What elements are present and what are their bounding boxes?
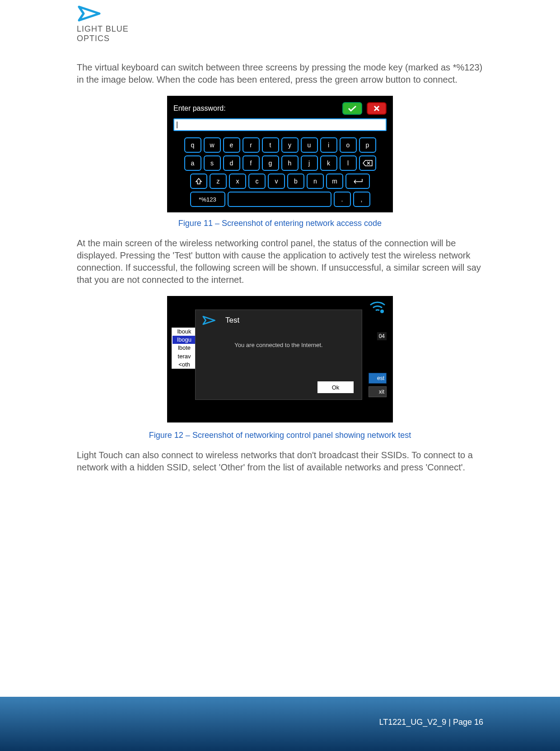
key-p[interactable]: p — [359, 137, 376, 153]
key-c[interactable]: c — [248, 174, 266, 189]
key-l[interactable]: l — [340, 155, 357, 171]
key-shift[interactable] — [190, 174, 207, 189]
dialog-message: You are connected to the Internet. — [196, 331, 362, 348]
close-icon — [373, 105, 380, 112]
key-m[interactable]: m — [326, 174, 343, 189]
key-r[interactable]: r — [243, 137, 260, 153]
key-backspace[interactable] — [359, 155, 376, 171]
key-space[interactable] — [228, 192, 331, 207]
key-enter[interactable] — [345, 174, 370, 189]
network-item-4[interactable]: <oth — [173, 361, 196, 369]
exit-button-partial[interactable]: xit — [369, 386, 387, 397]
network-item-1[interactable]: lbogu — [173, 336, 196, 344]
key-h[interactable]: h — [281, 155, 299, 171]
logo-text-2: OPTICS — [77, 34, 483, 43]
key-o[interactable]: o — [340, 137, 357, 153]
confirm-button[interactable] — [342, 102, 362, 115]
network-item-2[interactable]: lbote — [173, 344, 196, 352]
key-j[interactable]: j — [301, 155, 318, 171]
key-t[interactable]: t — [262, 137, 279, 153]
key-d[interactable]: d — [223, 155, 240, 171]
key-q[interactable]: q — [184, 137, 201, 153]
network-item-3[interactable]: terav — [173, 352, 196, 361]
key-y[interactable]: y — [281, 137, 299, 153]
key-a[interactable]: a — [184, 155, 201, 171]
key-n[interactable]: n — [307, 174, 324, 189]
cancel-button[interactable] — [367, 102, 387, 115]
key-comma[interactable]: , — [353, 192, 370, 207]
key-b[interactable]: b — [287, 174, 304, 189]
key-k[interactable]: k — [320, 155, 337, 171]
dialog-logo-icon — [202, 314, 220, 326]
dialog-ok-button[interactable]: Ok — [317, 381, 354, 393]
figure-12-caption: Figure 12 – Screenshot of networking con… — [77, 431, 483, 440]
keyboard-row-3: z x c v b n m — [190, 174, 370, 189]
dialog-title: Test — [225, 316, 239, 325]
key-s[interactable]: s — [204, 155, 221, 171]
figure-11-caption: Figure 11 – Screenshot of entering netwo… — [77, 219, 483, 228]
keyboard-row-2: a s d f g h j k l — [184, 155, 376, 171]
logo: LIGHT BLUE OPTICS — [77, 0, 483, 43]
key-z[interactable]: z — [210, 174, 227, 189]
network-item-0[interactable]: lbouk — [173, 328, 196, 336]
test-dialog: Test You are connected to the Internet. … — [195, 310, 362, 400]
input-cursor: | — [176, 121, 178, 129]
key-v[interactable]: v — [268, 174, 285, 189]
password-prompt: Enter password: — [173, 104, 226, 113]
footer: LT1221_UG_V2_9 | Page 16 — [0, 697, 560, 751]
key-period[interactable]: . — [334, 192, 351, 207]
key-f[interactable]: f — [243, 155, 260, 171]
key-mode[interactable]: *%123 — [190, 192, 225, 207]
test-button-partial[interactable]: est — [369, 373, 387, 384]
paragraph-2: At the main screen of the wireless netwo… — [77, 237, 483, 286]
logo-text-1: LIGHT BLUE — [77, 24, 483, 34]
shift-icon — [195, 178, 202, 185]
paragraph-3: Light Touch can also connect to wireless… — [77, 449, 483, 474]
wifi-icon — [369, 300, 387, 313]
footer-text: LT1221_UG_V2_9 | Page 16 — [379, 718, 483, 727]
key-x[interactable]: x — [229, 174, 246, 189]
key-u[interactable]: u — [301, 137, 318, 153]
paragraph-1: The virtual keyboard can switch between … — [77, 61, 483, 86]
network-badge: 04 — [377, 332, 387, 340]
check-icon — [348, 105, 357, 112]
key-e[interactable]: e — [223, 137, 240, 153]
password-input[interactable]: | — [173, 118, 387, 131]
logo-icon — [77, 5, 108, 23]
enter-icon — [351, 178, 364, 184]
svg-point-0 — [380, 310, 384, 313]
key-w[interactable]: w — [204, 137, 221, 153]
network-test-figure: lbouk lbogu lbote terav <oth 04 est xit — [167, 296, 393, 422]
keyboard-row-1: q w e r t y u i o p — [184, 137, 376, 153]
key-g[interactable]: g — [262, 155, 279, 171]
network-list: lbouk lbogu lbote terav <oth — [172, 328, 197, 369]
keyboard-figure: Enter password: | q w e r t — [167, 96, 393, 212]
backspace-icon — [363, 160, 373, 166]
key-i[interactable]: i — [320, 137, 337, 153]
keyboard-row-4: *%123 . , — [190, 192, 370, 207]
